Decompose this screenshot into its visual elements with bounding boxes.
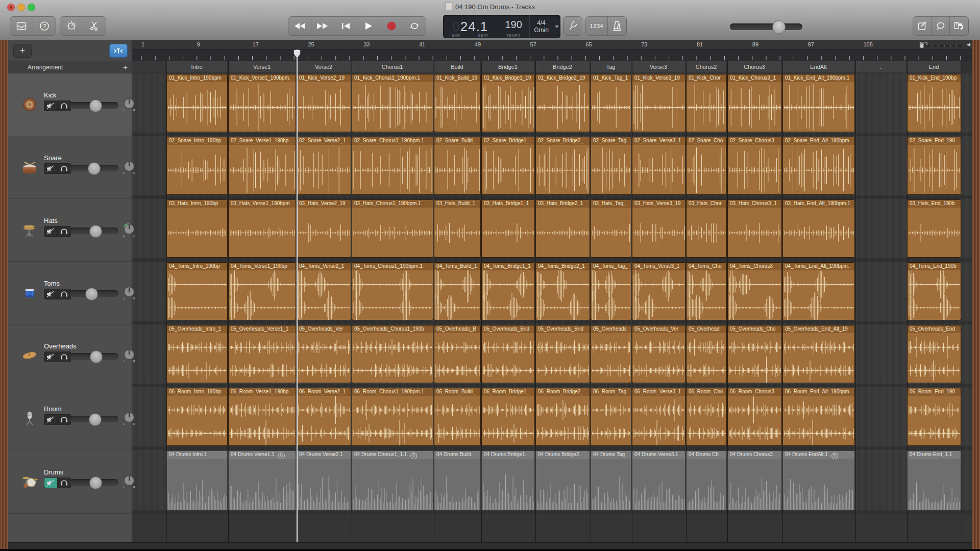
audio-region[interactable]: 02_Snare_Verse2_1 bbox=[297, 137, 351, 195]
audio-region[interactable]: 04 Drums Bridge1. bbox=[481, 450, 535, 511]
audio-region[interactable]: 03_Hats_End_190b bbox=[907, 199, 961, 258]
lcd-position-section[interactable]: 024.1 BARBEAT bbox=[443, 15, 498, 38]
audio-region[interactable]: 02_Snare_Intro_190bp bbox=[166, 137, 228, 195]
audio-region[interactable]: 04_Toms_Verse2_1 bbox=[297, 262, 351, 320]
track-name[interactable]: Overheads bbox=[44, 342, 77, 350]
audio-region[interactable]: 05_Overheads_B bbox=[434, 325, 481, 383]
audio-region[interactable]: 04_Toms_Bridge2_1 bbox=[535, 262, 590, 320]
arrangement-marker[interactable]: Tag bbox=[591, 61, 631, 72]
track-volume-knob[interactable] bbox=[90, 350, 103, 363]
audio-region[interactable]: 01_Kick_Bridge2_19 bbox=[535, 74, 590, 132]
track-volume-slider[interactable] bbox=[69, 228, 118, 234]
audio-region[interactable]: 04_Toms_Cho bbox=[686, 262, 727, 320]
audio-region[interactable]: 06_Room_End_Alt_190bpm. bbox=[782, 388, 855, 446]
audio-region[interactable]: 05_Overheads_End bbox=[907, 325, 961, 383]
editors-scissors-button[interactable] bbox=[83, 17, 106, 35]
audio-region[interactable]: 01_Kick_Tag_1 bbox=[591, 74, 631, 132]
audio-region[interactable]: 04 Drums EndAlt.1↻ bbox=[782, 450, 855, 511]
audio-region[interactable]: 04 Drums Build. bbox=[434, 450, 481, 511]
audio-region[interactable]: 04 Drums Tag bbox=[591, 450, 631, 511]
track-name[interactable]: Snare bbox=[44, 154, 62, 162]
audio-region[interactable]: 03_Hats_Verse1_190bpm bbox=[228, 199, 296, 258]
mute-button[interactable] bbox=[44, 289, 58, 299]
master-volume-knob[interactable] bbox=[772, 20, 786, 34]
arrangement-marker[interactable]: Chorus2 bbox=[686, 61, 726, 72]
audio-region[interactable]: 06_Room_Bridge1_ bbox=[481, 388, 535, 446]
lcd-display-menu-chevron[interactable] bbox=[553, 15, 560, 38]
audio-region[interactable]: 06_Room_End_190 bbox=[907, 388, 961, 446]
audio-region[interactable]: 06_Room_Tag bbox=[591, 388, 631, 446]
pan-knob[interactable]: L R bbox=[121, 222, 137, 238]
audio-region[interactable]: 04 Drums End_1.1 bbox=[907, 450, 961, 511]
audio-region[interactable]: 04_Toms_Bridge1_1 bbox=[481, 262, 535, 320]
audio-region[interactable]: 03_Hats_Chor bbox=[686, 199, 727, 258]
arrangement-marker[interactable]: EndAlt bbox=[782, 61, 854, 72]
audio-region[interactable]: 01_Kick_Verse2_19 bbox=[297, 74, 351, 132]
track-header-overheads[interactable]: Overheads L R bbox=[8, 324, 132, 387]
audio-region[interactable]: 01_Kick_Chorus3_1 bbox=[727, 74, 782, 132]
audio-region[interactable]: 05_Overheads_Chorus1_190b bbox=[352, 325, 433, 383]
track-name[interactable]: Toms bbox=[44, 280, 60, 287]
track-header-kick[interactable]: Kick L R bbox=[8, 73, 132, 136]
fast-forward-button[interactable] bbox=[311, 17, 334, 35]
pan-knob[interactable]: L R bbox=[121, 285, 137, 300]
track-volume-knob[interactable] bbox=[89, 99, 102, 112]
lcd-key-section[interactable]: 4/4 Gmin bbox=[530, 15, 553, 38]
track-header-drums[interactable]: Drums L R bbox=[8, 450, 132, 514]
go-to-beginning-button[interactable] bbox=[334, 17, 357, 35]
audio-region[interactable]: 06_Room_Bridge2_ bbox=[535, 388, 590, 446]
audio-region[interactable]: 01_Kick_Intro_190bpm bbox=[166, 74, 228, 132]
audio-region[interactable]: 01_Kick_Chor bbox=[686, 74, 727, 132]
mute-button[interactable] bbox=[44, 352, 58, 362]
play-button[interactable] bbox=[357, 17, 380, 35]
arrangement-marker[interactable]: Chorus3 bbox=[727, 61, 781, 72]
horizontal-zoom-slider[interactable] bbox=[919, 42, 964, 49]
audio-region[interactable]: 04 Drums Chorus1_1.1↻ bbox=[352, 450, 433, 511]
track-volume-slider[interactable] bbox=[69, 416, 118, 422]
audio-region[interactable]: 04_Toms_End_Alt_190bpm. bbox=[782, 262, 855, 320]
audio-region[interactable]: 04 Drums Verse1.1↻ bbox=[228, 450, 296, 511]
audio-region[interactable]: 05_Overheads_Ver bbox=[632, 325, 685, 383]
pan-knob[interactable]: L R bbox=[121, 160, 137, 175]
audio-region[interactable]: 02_Snare_Cho bbox=[686, 137, 727, 195]
audio-region[interactable]: 02_Snare_Tag bbox=[591, 137, 631, 195]
arrangement-marker[interactable]: Verse3 bbox=[632, 61, 685, 72]
quick-help-button[interactable]: ? bbox=[33, 17, 56, 35]
arrangement-marker[interactable]: . bbox=[855, 61, 906, 72]
audio-region[interactable]: 03_Hats_Intro_190bp bbox=[166, 199, 228, 258]
track-volume-slider[interactable] bbox=[69, 290, 118, 297]
track-volume-slider[interactable] bbox=[69, 479, 118, 486]
track-header-room[interactable]: Room L R bbox=[8, 387, 132, 450]
audio-region[interactable]: 04 Drums Ch bbox=[686, 450, 727, 511]
audio-region[interactable]: 04_Toms_Intro_190bp bbox=[166, 262, 228, 320]
track-lane-hats[interactable]: 03_Hats_Intro_190bp03_Hats_Verse1_190bpm… bbox=[132, 199, 972, 262]
track-lane-snare[interactable]: 02_Snare_Intro_190bp02_Snare_Verse1_190b… bbox=[132, 136, 972, 199]
audio-region[interactable]: 02_Snare_Bridge1_ bbox=[481, 137, 535, 195]
bar-ruler[interactable]: 191725334149576573818997105113 bbox=[132, 40, 972, 49]
loop-browser-button[interactable] bbox=[932, 17, 950, 35]
audio-region[interactable]: 02_Snare_End_Alt_190bpm bbox=[782, 137, 855, 195]
audio-region[interactable]: 03_Hats_Bridge2_1 bbox=[535, 199, 590, 258]
audio-region[interactable]: 03_Hats_Tag_ bbox=[591, 199, 631, 258]
audio-region[interactable]: 06_Room_Intro_190bp bbox=[166, 388, 228, 446]
pan-knob[interactable]: L R bbox=[121, 348, 137, 363]
audio-region[interactable]: 04_Toms_Chorus3 bbox=[727, 262, 782, 320]
audio-region[interactable]: 06_Room_Verse3_1 bbox=[632, 388, 685, 446]
arrangement-marker[interactable]: Bridge2 bbox=[535, 61, 590, 72]
audio-region[interactable]: 05_Overheads bbox=[591, 325, 631, 383]
audio-region[interactable]: 03_Hats_Build_1 bbox=[434, 199, 481, 258]
rewind-button[interactable] bbox=[288, 17, 311, 35]
mute-button[interactable] bbox=[44, 414, 58, 425]
track-name[interactable]: Drums bbox=[44, 468, 63, 476]
track-lane-overheads[interactable]: 05_Overheads_Intro_105_Overheads_Verse1_… bbox=[132, 324, 972, 387]
cycle-loop-button[interactable] bbox=[403, 17, 426, 35]
track-volume-slider[interactable] bbox=[69, 165, 118, 171]
track-name[interactable]: Hats bbox=[44, 217, 58, 224]
track-volume-knob[interactable] bbox=[88, 162, 101, 175]
audio-region[interactable]: 01_Kick_Bridge1_19 bbox=[481, 74, 535, 132]
audio-region[interactable]: 06_Room_Build_ bbox=[434, 388, 481, 446]
add-track-button[interactable]: + bbox=[13, 44, 32, 58]
arrangement-marker[interactable]: Bridge1 bbox=[481, 61, 534, 72]
audio-region[interactable]: 03_Hats_Chorus3_1 bbox=[727, 199, 782, 258]
pan-knob[interactable]: L R bbox=[121, 411, 137, 426]
